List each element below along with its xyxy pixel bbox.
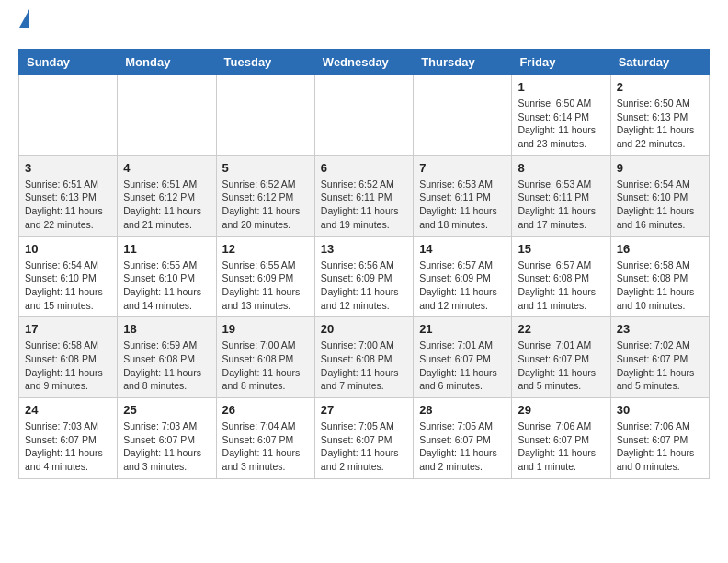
day-info: Sunrise: 7:01 AMSunset: 6:07 PMDaylight:… <box>518 339 604 393</box>
calendar-cell: 17Sunrise: 6:58 AMSunset: 6:08 PMDayligh… <box>19 317 118 398</box>
calendar-cell: 27Sunrise: 7:05 AMSunset: 6:07 PMDayligh… <box>314 398 413 479</box>
calendar-cell <box>19 75 118 156</box>
day-number: 8 <box>518 161 604 175</box>
day-info: Sunrise: 6:51 AMSunset: 6:12 PMDaylight:… <box>123 178 210 232</box>
calendar-cell: 22Sunrise: 7:01 AMSunset: 6:07 PMDayligh… <box>512 317 610 398</box>
day-number: 19 <box>222 322 309 336</box>
day-number: 29 <box>518 403 604 417</box>
calendar-week-row: 10Sunrise: 6:54 AMSunset: 6:10 PMDayligh… <box>19 236 710 317</box>
calendar-cell: 1Sunrise: 6:50 AMSunset: 6:14 PMDaylight… <box>512 75 610 156</box>
calendar-cell: 11Sunrise: 6:55 AMSunset: 6:10 PMDayligh… <box>118 236 216 317</box>
calendar-cell: 5Sunrise: 6:52 AMSunset: 6:12 PMDaylight… <box>216 155 314 236</box>
weekday-header-sunday: Sunday <box>19 50 118 75</box>
calendar-cell: 25Sunrise: 7:03 AMSunset: 6:07 PMDayligh… <box>118 398 216 479</box>
day-info: Sunrise: 6:57 AMSunset: 6:08 PMDaylight:… <box>518 259 604 313</box>
day-info: Sunrise: 6:50 AMSunset: 6:14 PMDaylight:… <box>518 97 604 151</box>
day-number: 11 <box>123 242 210 256</box>
calendar-cell: 2Sunrise: 6:50 AMSunset: 6:13 PMDaylight… <box>610 75 709 156</box>
day-info: Sunrise: 7:03 AMSunset: 6:07 PMDaylight:… <box>123 419 210 474</box>
calendar-cell: 9Sunrise: 6:54 AMSunset: 6:10 PMDaylight… <box>610 155 709 236</box>
day-info: Sunrise: 6:52 AMSunset: 6:12 PMDaylight:… <box>222 178 309 232</box>
day-number: 17 <box>25 322 111 336</box>
calendar-cell <box>216 75 314 156</box>
day-number: 15 <box>518 242 604 256</box>
day-info: Sunrise: 6:50 AMSunset: 6:13 PMDaylight:… <box>617 97 703 151</box>
calendar-cell: 19Sunrise: 7:00 AMSunset: 6:08 PMDayligh… <box>216 317 314 398</box>
day-info: Sunrise: 7:00 AMSunset: 6:08 PMDaylight:… <box>222 339 309 393</box>
day-number: 23 <box>617 322 703 336</box>
calendar-week-row: 1Sunrise: 6:50 AMSunset: 6:14 PMDaylight… <box>19 75 710 156</box>
day-number: 28 <box>419 403 506 417</box>
day-info: Sunrise: 6:51 AMSunset: 6:13 PMDaylight:… <box>25 178 111 232</box>
calendar-cell: 18Sunrise: 6:59 AMSunset: 6:08 PMDayligh… <box>118 317 216 398</box>
calendar-cell <box>414 75 512 156</box>
page-header <box>18 18 710 40</box>
day-info: Sunrise: 6:52 AMSunset: 6:11 PMDaylight:… <box>321 178 407 232</box>
calendar-cell <box>314 75 413 156</box>
day-number: 12 <box>222 242 309 256</box>
day-number: 21 <box>419 322 506 336</box>
day-number: 7 <box>419 161 506 175</box>
weekday-header-tuesday: Tuesday <box>216 50 314 75</box>
day-number: 30 <box>617 403 703 417</box>
day-number: 5 <box>222 161 309 175</box>
calendar-cell: 12Sunrise: 6:55 AMSunset: 6:09 PMDayligh… <box>216 236 314 317</box>
logo <box>18 18 30 40</box>
day-info: Sunrise: 7:05 AMSunset: 6:07 PMDaylight:… <box>419 419 506 474</box>
calendar-cell: 28Sunrise: 7:05 AMSunset: 6:07 PMDayligh… <box>414 398 512 479</box>
calendar-week-row: 24Sunrise: 7:03 AMSunset: 6:07 PMDayligh… <box>19 398 710 479</box>
day-number: 26 <box>222 403 309 417</box>
day-info: Sunrise: 6:58 AMSunset: 6:08 PMDaylight:… <box>617 259 703 313</box>
calendar-cell: 26Sunrise: 7:04 AMSunset: 6:07 PMDayligh… <box>216 398 314 479</box>
day-info: Sunrise: 7:00 AMSunset: 6:08 PMDaylight:… <box>321 339 407 393</box>
calendar-week-row: 3Sunrise: 6:51 AMSunset: 6:13 PMDaylight… <box>19 155 710 236</box>
day-number: 20 <box>321 322 407 336</box>
day-number: 9 <box>617 161 703 175</box>
day-number: 4 <box>123 161 210 175</box>
calendar-cell: 10Sunrise: 6:54 AMSunset: 6:10 PMDayligh… <box>19 236 118 317</box>
weekday-header-saturday: Saturday <box>610 50 709 75</box>
calendar-cell: 23Sunrise: 7:02 AMSunset: 6:07 PMDayligh… <box>610 317 709 398</box>
day-number: 27 <box>321 403 407 417</box>
calendar-header-row: SundayMondayTuesdayWednesdayThursdayFrid… <box>19 50 710 75</box>
weekday-header-monday: Monday <box>118 50 216 75</box>
weekday-header-friday: Friday <box>512 50 610 75</box>
calendar-cell: 6Sunrise: 6:52 AMSunset: 6:11 PMDaylight… <box>314 155 413 236</box>
calendar-cell: 4Sunrise: 6:51 AMSunset: 6:12 PMDaylight… <box>118 155 216 236</box>
calendar-cell: 29Sunrise: 7:06 AMSunset: 6:07 PMDayligh… <box>512 398 610 479</box>
logo-content <box>18 18 30 40</box>
calendar-cell: 14Sunrise: 6:57 AMSunset: 6:09 PMDayligh… <box>414 236 512 317</box>
day-number: 25 <box>123 403 210 417</box>
calendar-cell: 13Sunrise: 6:56 AMSunset: 6:09 PMDayligh… <box>314 236 413 317</box>
calendar-cell: 7Sunrise: 6:53 AMSunset: 6:11 PMDaylight… <box>414 155 512 236</box>
calendar-cell: 15Sunrise: 6:57 AMSunset: 6:08 PMDayligh… <box>512 236 610 317</box>
day-number: 2 <box>617 80 703 94</box>
day-number: 16 <box>617 242 703 256</box>
calendar-table: SundayMondayTuesdayWednesdayThursdayFrid… <box>18 49 710 479</box>
day-number: 22 <box>518 322 604 336</box>
day-info: Sunrise: 6:55 AMSunset: 6:10 PMDaylight:… <box>123 259 210 313</box>
calendar-cell: 30Sunrise: 7:06 AMSunset: 6:07 PMDayligh… <box>610 398 709 479</box>
calendar-cell: 3Sunrise: 6:51 AMSunset: 6:13 PMDaylight… <box>19 155 118 236</box>
day-number: 18 <box>123 322 210 336</box>
day-info: Sunrise: 7:01 AMSunset: 6:07 PMDaylight:… <box>419 339 506 393</box>
day-info: Sunrise: 6:56 AMSunset: 6:09 PMDaylight:… <box>321 259 407 313</box>
day-number: 14 <box>419 242 506 256</box>
day-info: Sunrise: 6:55 AMSunset: 6:09 PMDaylight:… <box>222 259 309 313</box>
day-info: Sunrise: 7:05 AMSunset: 6:07 PMDaylight:… <box>321 419 407 474</box>
day-info: Sunrise: 7:02 AMSunset: 6:07 PMDaylight:… <box>617 339 703 393</box>
day-number: 6 <box>321 161 407 175</box>
calendar-cell: 21Sunrise: 7:01 AMSunset: 6:07 PMDayligh… <box>414 317 512 398</box>
day-info: Sunrise: 6:54 AMSunset: 6:10 PMDaylight:… <box>25 259 111 313</box>
day-info: Sunrise: 7:06 AMSunset: 6:07 PMDaylight:… <box>617 419 703 474</box>
day-info: Sunrise: 6:58 AMSunset: 6:08 PMDaylight:… <box>25 339 111 393</box>
day-info: Sunrise: 6:57 AMSunset: 6:09 PMDaylight:… <box>419 259 506 313</box>
day-info: Sunrise: 6:53 AMSunset: 6:11 PMDaylight:… <box>518 178 604 232</box>
day-number: 10 <box>25 242 111 256</box>
day-number: 13 <box>321 242 407 256</box>
calendar-cell <box>118 75 216 156</box>
day-number: 3 <box>25 161 111 175</box>
day-info: Sunrise: 7:04 AMSunset: 6:07 PMDaylight:… <box>222 419 309 474</box>
calendar-cell: 8Sunrise: 6:53 AMSunset: 6:11 PMDaylight… <box>512 155 610 236</box>
logo-triangle <box>19 9 29 28</box>
